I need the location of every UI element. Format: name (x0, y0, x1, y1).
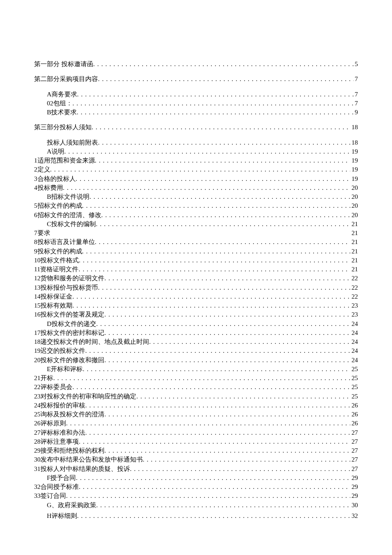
toc-page-number: 9 (354, 108, 358, 116)
toc-leader (92, 123, 350, 131)
toc-leader (79, 256, 350, 264)
toc-leader (85, 428, 350, 437)
toc-entry: 20投标文件的修改和撤回24 (34, 356, 358, 364)
toc-leader (143, 455, 350, 464)
toc-label: 19迟交的投标文件 (34, 346, 85, 355)
toc-entry: 19迟交的投标文件24 (34, 346, 358, 355)
toc-entry: 13投标报价与投标货币22 (34, 283, 358, 292)
toc-label: 33签订合同 (34, 491, 66, 500)
toc-leader (104, 328, 350, 337)
toc-page-number: 20 (350, 192, 358, 201)
toc-page-number: 20 (350, 201, 358, 210)
toc-label: B招标文件说明 (47, 192, 89, 201)
toc-entry: 24投标报价的审核26 (34, 401, 358, 410)
toc-page-number: 21 (350, 265, 358, 273)
toc-entry: 1适用范围和资金来源19 (34, 156, 358, 165)
spacer (34, 117, 358, 123)
toc-label: 26评标原则 (34, 419, 66, 427)
toc-page-number: 21 (350, 256, 358, 264)
toc-label: 32合同授予标准 (34, 482, 79, 491)
toc-label: 投标人须知前附表 (47, 138, 98, 147)
toc-label: 22评标委员会 (34, 383, 72, 391)
toc-page-number: 18 (350, 123, 358, 131)
toc-leader (82, 201, 351, 210)
toc-leader (77, 108, 353, 116)
toc-page-number: 25 (350, 392, 358, 401)
toc-leader (66, 419, 350, 427)
toc-page-number: 23 (350, 310, 358, 319)
toc-label: 27评标标准和办法 (34, 428, 85, 437)
toc-entry: 29接受和拒绝投标的权利27 (34, 446, 358, 455)
toc-page-number: 32 (350, 511, 358, 520)
toc-leader (82, 247, 351, 256)
toc-label: 25询标及投标文件的澄清 (34, 410, 104, 418)
toc-entry: G、政府采购政策30 (47, 501, 358, 509)
spacer (34, 132, 358, 138)
toc-leader (77, 90, 354, 99)
toc-entry: 12货物和服务的证明文件22 (34, 274, 358, 282)
toc-entry: A商务要求7 (47, 90, 358, 99)
toc-leader (98, 138, 350, 147)
toc-page-number: 24 (350, 356, 358, 364)
toc-entry: H评标细则32 (47, 511, 358, 520)
toc-page-number: 22 (350, 292, 358, 301)
toc-leader (76, 474, 350, 482)
toc-leader (98, 283, 350, 292)
toc-leader (95, 238, 351, 246)
toc-leader (96, 501, 350, 509)
toc-label: D投标文件的递交 (47, 320, 96, 328)
toc-leader (72, 292, 350, 301)
toc-entry: 7要求21 (34, 229, 358, 237)
toc-page-number: 26 (350, 419, 358, 427)
toc-label: A说明 (47, 147, 64, 156)
toc-label: 21开标 (34, 374, 53, 382)
toc-page-number: 25 (350, 383, 358, 391)
toc-leader (96, 320, 350, 328)
toc-entry: 16投标文件的签署及规定23 (34, 310, 358, 319)
toc-page-number: 22 (350, 274, 358, 282)
toc-page-number: 22 (350, 283, 358, 292)
toc-page-number: 24 (350, 328, 358, 337)
toc-page-number: 27 (350, 465, 358, 473)
toc-page-number: 7 (354, 99, 358, 108)
toc-entry: 30发布中标结果公告和发放中标通知书27 (34, 455, 358, 464)
toc-page-number: 7 (354, 75, 358, 83)
toc-page-number: 20 (350, 183, 358, 192)
toc-leader (96, 220, 350, 228)
toc-leader (50, 165, 351, 174)
toc-leader (72, 99, 354, 108)
toc-label: 8投标语言及计量单位 (34, 238, 95, 246)
toc-page-number: 19 (350, 165, 358, 174)
toc-entry: 18递交投标文件的时间、地点及截止时间24 (34, 337, 358, 346)
toc-page-number: 19 (350, 174, 358, 183)
toc-page-number: 27 (350, 428, 358, 437)
toc-label: 31投标人对中标结果的质疑、投诉 (34, 465, 130, 473)
toc-label: 23对投标文件的初审和响应性的确定 (34, 392, 136, 401)
toc-label: 02包组： (47, 99, 72, 108)
toc-entry: 投标人须知前附表18 (47, 138, 358, 147)
toc-leader (78, 265, 350, 273)
toc-page-number: 24 (350, 337, 358, 346)
toc-page-number: 27 (350, 446, 358, 455)
toc-entry: 10投标文件格式21 (34, 256, 358, 264)
toc-entry: 4投标费用20 (34, 183, 358, 192)
toc-label: H评标细则 (47, 511, 77, 520)
toc-entry: 28评标注意事项27 (34, 437, 358, 446)
toc-label: F授予合同 (47, 474, 76, 482)
toc-page-number: 7 (354, 90, 358, 99)
toc-entry: 第二部分采购项目内容7 (34, 75, 358, 83)
toc-entry: 8投标语言及计量单位21 (34, 238, 358, 246)
toc-leader (149, 337, 350, 346)
toc-label: 15投标有效期 (34, 301, 72, 310)
toc-page-number: 21 (350, 220, 358, 228)
toc-leader (64, 147, 350, 156)
toc-leader (93, 60, 354, 68)
toc-page-number: 19 (350, 147, 358, 156)
toc-label: 20投标文件的修改和撤回 (34, 356, 104, 364)
toc-leader (66, 491, 350, 500)
toc-entry: 02包组：7 (47, 99, 358, 108)
toc-label: 4投标费用 (34, 183, 63, 192)
toc-page-number: 24 (350, 346, 358, 355)
toc-label: 10投标文件格式 (34, 256, 79, 264)
toc-entry: 11资格证明文件21 (34, 265, 358, 273)
